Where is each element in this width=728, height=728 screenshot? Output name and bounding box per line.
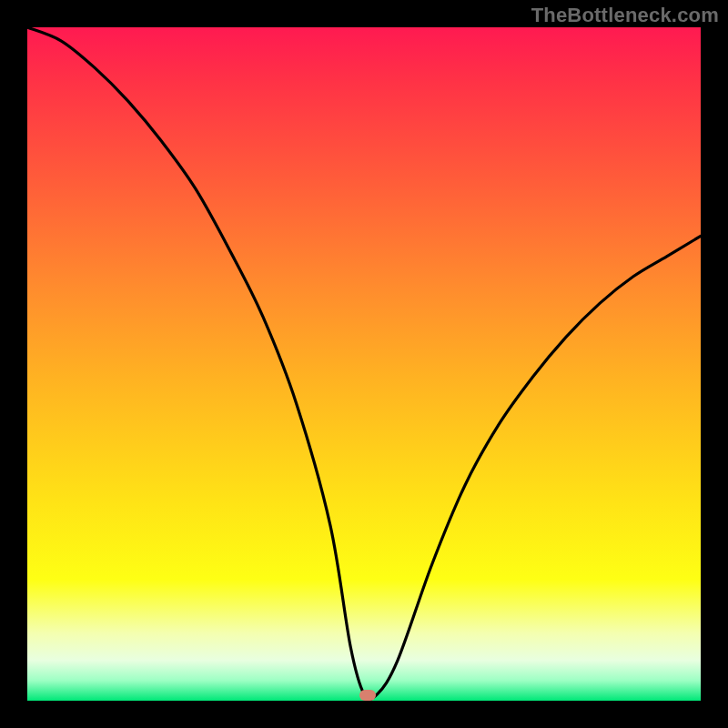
minimum-marker xyxy=(359,690,376,701)
bottleneck-curve xyxy=(27,27,701,701)
chart-frame: TheBottleneck.com xyxy=(0,0,728,728)
watermark-text: TheBottleneck.com xyxy=(531,4,719,27)
plot-area xyxy=(27,27,701,701)
